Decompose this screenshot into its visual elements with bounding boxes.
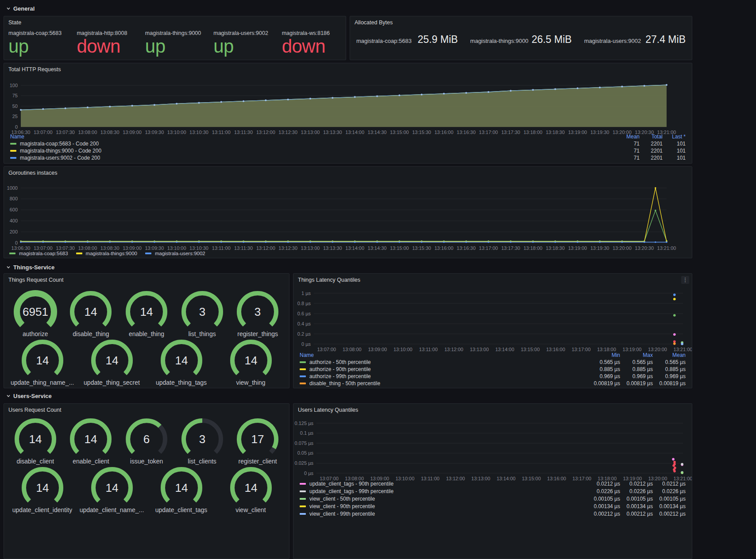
legend-header-name[interactable]: Name bbox=[10, 134, 24, 140]
legend-header-col[interactable]: Mean bbox=[653, 352, 686, 358]
data-point bbox=[532, 89, 534, 91]
data-point bbox=[681, 463, 683, 466]
data-point bbox=[577, 241, 579, 243]
panel-title-things-count[interactable]: Things Request Count bbox=[4, 274, 289, 283]
data-point bbox=[532, 241, 534, 243]
data-point bbox=[510, 241, 512, 243]
gauge-value: 14 bbox=[85, 433, 97, 446]
gauge-dial: 6951 bbox=[9, 289, 62, 330]
series-swatch bbox=[300, 490, 306, 492]
y-axis-label: 0 µs bbox=[304, 471, 314, 476]
gauge-register_things[interactable]: 3register_things bbox=[230, 289, 285, 337]
gauge-list_clients[interactable]: 3list_clients bbox=[174, 416, 230, 465]
legend-header-col[interactable]: Mean bbox=[617, 134, 640, 140]
users-latency-chart[interactable]: 0 µs0.025 µs0.05 µs0.075 µs0.1 µs0.125 µ… bbox=[293, 419, 692, 485]
stat: magistrala-users:900227.4 MiB bbox=[578, 34, 692, 46]
gauge-view_client[interactable]: 14view_client bbox=[216, 465, 285, 513]
legend-header-col[interactable]: Last * bbox=[663, 134, 686, 140]
legend-row[interactable]: view_client - 90th percentile0.00134 µs0… bbox=[296, 502, 689, 510]
legend-value: 0.565 µs bbox=[587, 359, 620, 365]
legend-row[interactable]: view_client - 99th percentile0.00212 µs0… bbox=[296, 510, 689, 517]
legend-header-col[interactable]: Min bbox=[587, 352, 620, 358]
legend-header-name[interactable]: Name bbox=[300, 352, 314, 358]
section-row-general[interactable]: General bbox=[6, 4, 35, 12]
legend-row[interactable]: authorize - 90th percentile0.885 µs0.885… bbox=[296, 366, 689, 373]
data-point bbox=[673, 470, 676, 473]
legend-row[interactable]: disable_thing - 50th percentile0.00819 µ… bbox=[296, 380, 689, 387]
gauge-update_client_name_...[interactable]: 14update_client_name_... bbox=[77, 465, 147, 513]
goroutines-chart[interactable]: 0200400600800100013:06:3013:07:0013:07:3… bbox=[6, 183, 691, 250]
legend-item[interactable]: magistrala-things:9000 bbox=[76, 251, 137, 256]
gauge-dial: 14 bbox=[224, 337, 278, 379]
goroutines-legend: magistrala-coap:5683magistrala-things:90… bbox=[9, 251, 205, 256]
gauge-enable_client[interactable]: 14enable_client bbox=[63, 416, 119, 465]
legend-value: 0.00134 µs bbox=[653, 503, 686, 509]
legend-value: 0.969 µs bbox=[653, 373, 686, 379]
legend-row[interactable]: magistrala-users:9002 - Code 20071220110… bbox=[7, 154, 689, 161]
series-swatch bbox=[145, 253, 151, 254]
panel-title-http[interactable]: Total HTTP Requests bbox=[4, 63, 692, 73]
legend-value: 71 bbox=[617, 141, 640, 147]
x-axis-label: 13:07:00 bbox=[34, 245, 53, 250]
gauge-disable_client[interactable]: 14disable_client bbox=[8, 416, 63, 465]
x-axis-label: 13:14:00 bbox=[345, 245, 364, 250]
series-name: disable_thing - 50th percentile bbox=[309, 380, 380, 387]
legend-header-col[interactable]: Total bbox=[640, 134, 663, 140]
panel-title-goroutines[interactable]: Goroutines instaces bbox=[4, 167, 692, 176]
kebab-menu-icon[interactable]: ⋮ bbox=[681, 276, 689, 284]
data-point bbox=[87, 107, 89, 108]
series-swatch bbox=[300, 505, 306, 507]
gauge-update_client_tags[interactable]: 14update_client_tags bbox=[147, 465, 216, 513]
data-point bbox=[176, 241, 177, 243]
legend-item[interactable]: magistrala-coap:5683 bbox=[9, 251, 68, 256]
series-name: update_client_tags - 99th percentile bbox=[309, 488, 393, 494]
y-axis-label: 0.1 µs bbox=[300, 430, 314, 436]
series-name: update_client_tags - 90th percentile bbox=[309, 481, 393, 487]
y-axis-label: 0.8 µs bbox=[297, 301, 311, 306]
gauge-authorize[interactable]: 6951authorize bbox=[8, 289, 63, 337]
gauge-update_thing_name_...[interactable]: 14update_thing_name_... bbox=[8, 337, 77, 386]
gauge-label: view_thing bbox=[236, 379, 265, 386]
gauge-update_thing_secret[interactable]: 14update_thing_secret bbox=[77, 337, 147, 386]
gauge-view_thing[interactable]: 14view_thing bbox=[216, 337, 285, 386]
gauge-disable_thing[interactable]: 14disable_thing bbox=[63, 289, 119, 337]
data-point bbox=[65, 107, 66, 109]
gauge-issue_token[interactable]: 6issue_token bbox=[119, 416, 174, 465]
legend-row[interactable]: magistrala-things:9000 - Code 2007122011… bbox=[7, 147, 689, 154]
x-axis-label: 13:09:00 bbox=[123, 245, 142, 250]
gauge-update_client_identity[interactable]: 14update_client_identity bbox=[8, 465, 77, 513]
data-point bbox=[354, 96, 356, 98]
legend-item[interactable]: magistrala-users:9002 bbox=[145, 251, 205, 256]
legend-value: 0.00134 µs bbox=[587, 503, 620, 509]
y-axis-label: 1000 bbox=[7, 185, 18, 191]
legend-value: 0.885 µs bbox=[620, 366, 653, 372]
panel-title-users-count[interactable]: Users Request Count bbox=[4, 404, 289, 413]
things-latency-legend: NameMinMaxMeanauthorize - 50th percentil… bbox=[296, 352, 689, 387]
data-point bbox=[198, 241, 200, 243]
legend-row[interactable]: authorize - 50th percentile0.565 µs0.565… bbox=[296, 359, 689, 366]
panel-title-users-latency[interactable]: Users Latency Quantiles bbox=[293, 404, 692, 413]
legend-header-col[interactable]: Max bbox=[620, 352, 653, 358]
section-row-things[interactable]: Things-Service bbox=[6, 263, 54, 271]
gauge-update_thing_tags[interactable]: 14update_thing_tags bbox=[147, 337, 216, 386]
legend-value: 0.00105 µs bbox=[620, 496, 653, 502]
y-axis-label: 0 µs bbox=[301, 341, 311, 347]
data-point bbox=[673, 341, 676, 343]
legend-row[interactable]: magistrala-coap:5683 - Code 200712201101 bbox=[7, 140, 689, 147]
panel-title-state[interactable]: State bbox=[4, 16, 346, 26]
legend-row[interactable]: view_client - 50th percentile0.00105 µs0… bbox=[296, 495, 689, 502]
legend-row[interactable]: authorize - 99th percentile0.969 µs0.969… bbox=[296, 373, 689, 380]
legend-row[interactable]: update_client_tags - 90th percentile0.02… bbox=[296, 480, 689, 487]
y-axis-label: 0.075 µs bbox=[295, 440, 314, 446]
section-row-users[interactable]: Users-Service bbox=[6, 392, 52, 400]
panel-title-allocated[interactable]: Allocated Bytes bbox=[350, 16, 692, 26]
things-latency-chart[interactable]: 0 µs0.2 µs0.4 µs0.6 µs0.8 µs1 µs13:07:00… bbox=[293, 289, 692, 353]
gauge-enable_thing[interactable]: 14enable_thing bbox=[119, 289, 174, 337]
gauge-label: register_client bbox=[239, 458, 277, 465]
http-requests-chart[interactable]: 025507510013:06:3013:07:0013:07:3013:08:… bbox=[6, 81, 691, 136]
legend-row[interactable]: update_client_tags - 99th percentile0.02… bbox=[296, 487, 689, 495]
y-axis-label: 25 bbox=[12, 114, 18, 119]
gauge-list_things[interactable]: 3list_things bbox=[174, 289, 230, 337]
gauge-register_client[interactable]: 17register_client bbox=[230, 416, 285, 465]
panel-title-things-latency[interactable]: Things Latency Quantiles bbox=[293, 274, 692, 283]
